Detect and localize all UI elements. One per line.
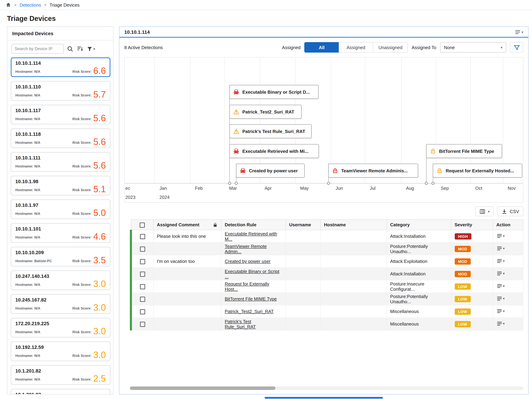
detection-rule-link[interactable]: Patrick's Test Rule_Suri_RAT — [225, 319, 256, 329]
hamburger-menu-icon — [496, 321, 502, 326]
detections-tbody: Please look into this one Executable Ret… — [131, 230, 523, 330]
device-card[interactable]: 10.247.140.143 Hostname: N/A Risk Score:… — [11, 271, 110, 290]
detection-rule-link[interactable]: Request for Externally Host... — [225, 281, 269, 291]
detection-rule-link[interactable]: Executable Retrieved with M... — [225, 231, 277, 241]
row-action-menu[interactable]: ▾ — [496, 270, 505, 276]
chevron-down-icon: ▾ — [522, 30, 523, 34]
row-category: Miscellaneous — [386, 305, 451, 318]
table-horizontal-scrollbar[interactable] — [130, 386, 523, 390]
row-checkbox[interactable] — [140, 271, 145, 277]
warning-triangle-icon: ⚠ — [233, 108, 239, 115]
filter-funnel-icon[interactable]: ▾ — [87, 46, 95, 52]
timeline-marker[interactable] — [327, 182, 330, 185]
device-search-input[interactable] — [12, 44, 64, 54]
row-action-menu[interactable]: ▾ — [496, 258, 505, 264]
timeline-event[interactable]: Request for Externally Hosted... — [433, 164, 522, 177]
device-risk-label: Risk Score: — [72, 188, 92, 193]
row-action-menu[interactable]: ▾ — [496, 245, 505, 251]
assigned-to-select[interactable]: None ▾ — [440, 42, 506, 53]
row-checkbox[interactable] — [140, 246, 145, 252]
timeline-marker[interactable] — [431, 182, 435, 185]
row-action-menu[interactable]: ▾ — [496, 233, 505, 239]
table-row: Executable Binary or Script ... Attack:I… — [131, 268, 523, 280]
device-card[interactable]: 10.10.1.98 Hostname: N/A Risk Score: 5.1 — [11, 176, 110, 195]
row-action-menu[interactable]: ▾ — [496, 283, 505, 289]
device-card[interactable]: 10.10.1.118 Hostname: N/A Risk Score: 5.… — [11, 128, 110, 148]
device-card[interactable]: 10.1.201.82 Hostname: N/A Risk Score: 2.… — [11, 365, 110, 385]
detection-rule-link[interactable]: Patrick_Test2_Suri_RAT — [225, 309, 274, 314]
row-checkbox[interactable] — [140, 284, 145, 289]
tab-all[interactable]: All — [304, 42, 339, 53]
timeline-marker[interactable] — [425, 182, 428, 185]
row-assigned-comment — [153, 268, 221, 280]
device-card[interactable]: 10.10.1.97 Hostname: N/A Risk Score: 5.0 — [11, 200, 110, 219]
device-card[interactable]: 10.10.1.111 Hostname: N/A Risk Score: 5.… — [11, 152, 110, 172]
timeline-month-label: Mar — [229, 186, 237, 191]
timeline-event[interactable]: BitTorrent File MIME Type — [426, 144, 502, 158]
timeline-event[interactable]: ⚠Patrick's Test Rule_Suri_RAT — [229, 124, 312, 138]
device-risk-score: 5.7 — [93, 90, 106, 99]
device-card[interactable]: 10.10.10.209 Hostname: Batiste-PC Risk S… — [11, 247, 110, 266]
timeline-event[interactable]: ☠Executable Binary or Script D... — [229, 85, 319, 99]
row-action-menu[interactable]: ▾ — [496, 308, 505, 314]
device-hostname: Hostname: N/A — [15, 164, 40, 170]
device-card[interactable]: 10.10.1.101 Hostname: N/A Risk Score: 4.… — [11, 223, 110, 243]
table-row: I'm on vacation too Created by power use… — [131, 255, 523, 268]
device-ip: 10.10.1.114 — [15, 60, 106, 66]
timeline-month-label: Aug — [406, 186, 414, 191]
device-card[interactable]: 10.10.1.114 Hostname: N/A Risk Score: 6.… — [11, 57, 110, 77]
row-checkbox[interactable] — [140, 297, 145, 302]
device-card[interactable]: 10.192.12.59 Hostname: N/A Risk Score: 3… — [11, 342, 110, 361]
csv-export-button[interactable]: CSV — [497, 206, 523, 216]
device-card[interactable]: 10.245.167.82 Hostname: N/A Risk Score: … — [11, 294, 110, 314]
row-action-menu[interactable]: ▾ — [496, 295, 505, 301]
row-checkbox[interactable] — [140, 322, 145, 327]
detection-rule-link[interactable]: Executable Binary or Script ... — [225, 269, 279, 279]
timeline-gridline — [224, 57, 225, 183]
page-horizontal-scrollbar-thumb[interactable] — [265, 397, 383, 399]
device-card[interactable]: 10.10.1.117 Hostname: N/A Risk Score: 5.… — [11, 105, 110, 124]
row-action-menu[interactable]: ▾ — [496, 321, 505, 326]
row-checkbox[interactable] — [140, 309, 145, 314]
select-all-checkbox[interactable] — [139, 222, 145, 228]
device-ip: 10.192.12.59 — [15, 344, 106, 350]
timeline-marker[interactable] — [228, 182, 231, 185]
row-username — [285, 255, 320, 268]
timeline-event[interactable]: ☠Executable Retrieved with Mi... — [229, 144, 319, 158]
row-category: Attack:Installation — [386, 268, 451, 280]
row-category: Attack:Installation — [386, 230, 451, 242]
row-hostname — [320, 255, 386, 268]
timeline-chart: ecJanFebMarAprMayJunJulAugSepOctNov20232… — [124, 57, 523, 203]
timeline-event-label: TeamViewer Remote Adminis... — [341, 168, 408, 173]
row-hostname — [320, 268, 386, 280]
tab-unassigned[interactable]: Unassigned — [374, 42, 408, 53]
red-lock-icon — [332, 168, 338, 174]
table-horizontal-scrollbar-thumb[interactable] — [130, 386, 275, 390]
home-icon[interactable] — [6, 2, 11, 8]
search-icon[interactable] — [67, 45, 73, 52]
timeline-marker[interactable] — [235, 182, 238, 185]
detection-rule-link[interactable]: TeamViewer Remote Admin... — [225, 244, 267, 254]
timeline-month-label: Sep — [441, 186, 449, 191]
breadcrumb-link-detections[interactable]: Detections — [20, 2, 41, 7]
device-card[interactable]: 10.1.201.83 — [11, 389, 110, 394]
row-checkbox[interactable] — [140, 259, 145, 264]
tab-assigned[interactable]: Assigned — [339, 42, 374, 53]
timeline-event[interactable]: ☠Created by power user — [236, 164, 305, 177]
detection-rule-link[interactable]: Created by power user — [225, 259, 271, 264]
timeline-event[interactable]: ⚠Patrick_Test2_Suri_RAT — [229, 105, 302, 119]
timeline-month-label: Nov — [508, 186, 516, 191]
sort-icon[interactable] — [76, 45, 83, 52]
device-card[interactable]: 172.20.219.225 Hostname: N/A Risk Score:… — [11, 318, 110, 337]
device-card[interactable]: 10.10.1.110 Hostname: N/A Risk Score: 5.… — [11, 81, 110, 101]
device-ip: 10.245.167.82 — [15, 297, 106, 303]
detections-filter-button[interactable] — [510, 42, 523, 53]
device-ip: 10.10.1.98 — [15, 179, 106, 184]
column-picker-button[interactable]: ▾ — [475, 206, 494, 216]
device-hostname: Hostname: N/A — [15, 93, 40, 99]
row-checkbox[interactable] — [140, 234, 145, 239]
row-username — [285, 318, 320, 330]
timeline-event[interactable]: TeamViewer Remote Adminis... — [328, 164, 418, 177]
hamburger-menu-icon[interactable]: ▾ — [515, 29, 523, 35]
detection-rule-link[interactable]: BitTorrent File MIME Type — [225, 296, 277, 302]
